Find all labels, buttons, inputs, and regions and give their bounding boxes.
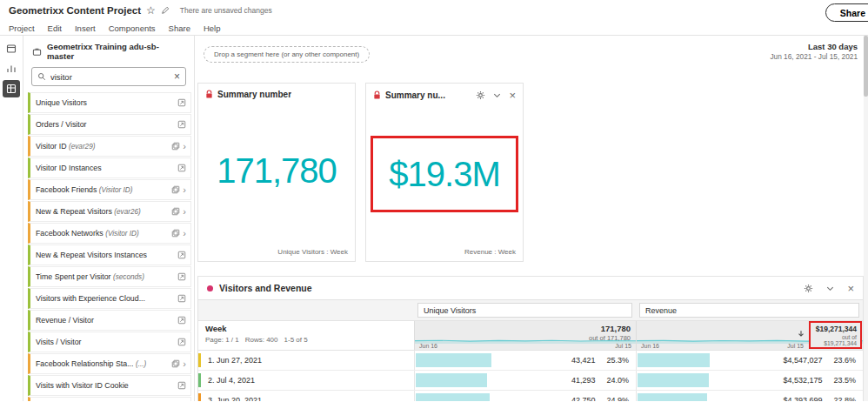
component-label: Orders / Visitor bbox=[36, 120, 175, 129]
dimension-icon bbox=[171, 185, 180, 194]
table-row[interactable]: 1. Jun 27, 202143,42125.3%$4,547,02723.6… bbox=[198, 351, 863, 371]
menu-help[interactable]: Help bbox=[204, 23, 221, 33]
card-header: Summary number bbox=[198, 84, 355, 105]
report-suite-selector[interactable]: Geometrixx Training adu-sb-master bbox=[23, 36, 194, 65]
component-item[interactable]: Facebook Networks (Visitor ID)› bbox=[28, 223, 191, 244]
metric-icon bbox=[177, 120, 186, 129]
table-row[interactable]: 2. Jul 4, 202141,29324.0%$4,532,17523.5% bbox=[198, 371, 863, 391]
components-rail-button[interactable] bbox=[3, 80, 20, 97]
row-color-chip bbox=[198, 393, 201, 401]
component-item[interactable]: Time Spent per Visitor (seconds) bbox=[28, 266, 191, 287]
chevron-down-icon[interactable] bbox=[492, 90, 502, 100]
close-icon[interactable]: × bbox=[509, 90, 516, 101]
share-button[interactable]: Share bbox=[825, 3, 868, 22]
left-rail bbox=[0, 36, 23, 401]
card-title: Summary number bbox=[217, 90, 291, 99]
content-area: Geometrixx Training adu-sb-master × Uniq… bbox=[0, 36, 868, 401]
panel-color-dot bbox=[207, 285, 213, 291]
card-header: Summary nu... × bbox=[366, 84, 523, 107]
edit-pencil-icon[interactable] bbox=[161, 6, 170, 15]
column-total: 171,780 out of 171,780 bbox=[589, 324, 631, 342]
component-item[interactable]: Visits with Visitor ID Cookie bbox=[28, 375, 191, 396]
component-item[interactable]: Visits / Visitor bbox=[28, 332, 191, 352]
component-label: Visitor ID Instances bbox=[36, 164, 175, 172]
component-label: Facebook Networks (Visitor ID) bbox=[36, 229, 169, 238]
cell-bar bbox=[638, 353, 710, 367]
table-cell: 42,75024.9% bbox=[414, 391, 636, 401]
chevron-right-icon: › bbox=[183, 229, 186, 238]
menu-components[interactable]: Components bbox=[109, 23, 156, 33]
component-label: Visits with Visitor ID Cookie bbox=[36, 381, 175, 390]
table-row[interactable]: 3. Jun 20, 202142,75024.9%$4,393,69922.8… bbox=[198, 391, 863, 401]
component-item[interactable]: New & Repeat Visitors (evar26)› bbox=[28, 201, 191, 222]
row-label: 1. Jun 27, 2021 bbox=[198, 351, 414, 370]
component-item[interactable]: Visitors with Experience Cloud... bbox=[28, 288, 191, 309]
row-dimension-label[interactable]: Week bbox=[205, 324, 407, 333]
favorite-star-icon[interactable]: ☆ bbox=[146, 4, 156, 17]
visualizations-rail-button[interactable] bbox=[3, 60, 20, 77]
panels-icon bbox=[6, 44, 17, 54]
summary-value: 171,780 bbox=[198, 151, 355, 191]
table-cell: 41,29324.0% bbox=[414, 371, 636, 390]
chevron-down-icon[interactable] bbox=[825, 284, 835, 293]
component-item[interactable]: Unique Visitors bbox=[28, 92, 191, 113]
search-box[interactable]: × bbox=[31, 67, 186, 86]
row-label: 3. Jun 20, 2021 bbox=[198, 391, 414, 401]
table-cell: $4,393,69922.8% bbox=[636, 391, 863, 401]
table-title: Visitors and Revenue bbox=[219, 283, 312, 293]
summary-value: $19.3M bbox=[389, 155, 499, 194]
component-label: Facebook Friends (Visitor ID) bbox=[36, 185, 169, 194]
date-range-selector[interactable]: Last 30 days Jun 16, 2021 - Jul 15, 2021 bbox=[770, 42, 858, 61]
chevron-right-icon: › bbox=[183, 207, 186, 217]
menu-project[interactable]: Project bbox=[9, 23, 35, 33]
download-arrow-icon[interactable] bbox=[797, 330, 805, 338]
summary-card-revenue[interactable]: Summary nu... × $19.3M Revenue : Week bbox=[365, 83, 524, 262]
unique-visitors-total-cell: Jun 16 Jul 15 171,780 out of 171,780 bbox=[414, 321, 636, 350]
component-item[interactable]: Facebook Relationship Sta... (...)› bbox=[28, 353, 191, 374]
cell-bar bbox=[638, 373, 709, 387]
summary-card-unique-visitors[interactable]: Summary number 171,780 Unique Visitors :… bbox=[197, 83, 356, 262]
column-header-revenue[interactable]: Revenue bbox=[639, 303, 859, 318]
metric-icon bbox=[177, 316, 186, 325]
menu-edit[interactable]: Edit bbox=[48, 23, 62, 33]
component-label: Visitor ID (evar29) bbox=[36, 142, 169, 151]
close-icon[interactable]: × bbox=[847, 283, 854, 294]
menu-insert[interactable]: Insert bbox=[75, 23, 96, 33]
chevron-right-icon: › bbox=[183, 359, 186, 369]
component-item[interactable]: New & Repeat Visitors Instances bbox=[28, 245, 191, 265]
search-input[interactable] bbox=[50, 72, 170, 82]
search-icon bbox=[37, 72, 46, 81]
gear-icon[interactable] bbox=[804, 284, 813, 293]
menu-bar: ProjectEditInsertComponentsShareHelp bbox=[0, 21, 868, 36]
component-item[interactable]: Visitor ID Instances bbox=[28, 157, 191, 178]
row-label: 2. Jul 4, 2021 bbox=[198, 371, 414, 390]
lock-icon bbox=[205, 90, 213, 99]
lock-icon bbox=[373, 90, 381, 100]
segment-dropzone[interactable]: Drop a segment here (or any other compon… bbox=[204, 46, 370, 63]
component-item[interactable]: Conv. Customer Age (Visitor ID)› bbox=[28, 397, 191, 401]
table-grid-icon bbox=[6, 84, 17, 94]
component-item[interactable]: Revenue / Visitor bbox=[28, 310, 191, 331]
revenue-total-cell: Jun 16 Jul 15 $19,271,344 out of $19,271… bbox=[636, 321, 863, 350]
column-header-unique-visitors[interactable]: Unique Visitors bbox=[417, 303, 632, 318]
cell-bar bbox=[416, 373, 487, 387]
table-panel: Visitors and Revenue × Unique Visitors R… bbox=[197, 276, 864, 401]
date-range-detail: Jun 16, 2021 - Jul 15, 2021 bbox=[770, 52, 858, 61]
table-cell: 43,42125.3% bbox=[414, 351, 636, 370]
panels-rail-button[interactable] bbox=[3, 40, 20, 57]
metric-icon bbox=[177, 272, 186, 281]
metric-icon bbox=[177, 381, 186, 390]
scrollbar-thumb[interactable] bbox=[864, 36, 868, 97]
clear-search-icon[interactable]: × bbox=[174, 71, 180, 82]
row-color-chip bbox=[198, 373, 201, 387]
chevron-right-icon: › bbox=[183, 142, 186, 151]
component-item[interactable]: Visitor ID (evar29)› bbox=[28, 136, 191, 157]
table-pagination[interactable]: Page: 1 / 1 Rows: 400 1-5 of 5 bbox=[205, 336, 407, 344]
gear-icon[interactable] bbox=[476, 90, 485, 100]
component-item[interactable]: Facebook Friends (Visitor ID)› bbox=[28, 179, 191, 200]
component-item[interactable]: Orders / Visitor bbox=[28, 114, 191, 135]
card-caption: Unique Visitors : Week bbox=[277, 248, 348, 256]
rows-value: 400 bbox=[266, 336, 277, 344]
menu-share[interactable]: Share bbox=[169, 23, 190, 33]
metric-icon bbox=[177, 251, 186, 259]
